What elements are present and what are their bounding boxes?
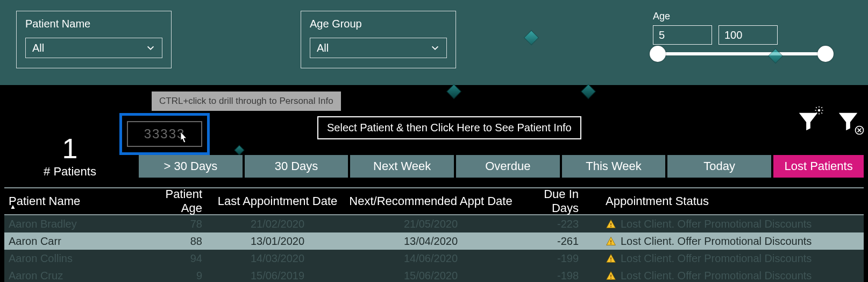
chevron-down-icon [146,43,155,53]
patient-name-label: Patient Name [25,18,162,30]
cell-name: Aaron Cruz [9,270,143,282]
cell-name: Aaron Carr [9,235,143,248]
sort-asc-icon: ▲ [10,203,16,210]
col-next-appt[interactable]: Next/Recommended Appt Date [342,194,520,208]
cell-last: 13/01/2020 [213,235,342,248]
table-row[interactable]: Aaron Cruz915/06/201915/06/2020-198Lost … [4,267,864,282]
filter-icons [796,109,860,133]
patient-name-filter: Patient Name All [16,11,172,68]
tab-30days[interactable]: 30 Days [245,155,348,178]
tab-gt30days[interactable]: > 30 Days [139,155,243,178]
cell-age: 78 [143,218,213,230]
table-row[interactable]: Aaron Bradley7821/02/202021/05/2020-223L… [4,215,864,232]
cell-due: -199 [520,252,595,265]
col-due-days[interactable]: Due In Days [520,187,595,215]
warning-icon [606,218,616,229]
cell-due: -223 [520,218,595,230]
tab-thisweek[interactable]: This Week [562,155,666,178]
col-status[interactable]: Appointment Status [595,194,864,208]
cell-next: 13/04/2020 [342,235,520,248]
cell-last: 15/06/2019 [213,270,342,282]
tab-today[interactable]: Today [667,155,771,178]
table-header: Patient Name ▲ Patient Age Last Appointm… [4,188,864,215]
patient-count-card: 1 # Patients [32,132,108,179]
table-row[interactable]: Aaron Carr8813/01/202013/04/2020-261Lost… [4,232,864,250]
cell-next: 14/06/2020 [342,252,520,265]
svg-rect-6 [610,257,611,259]
cell-age: 88 [143,235,213,248]
age-group-filter: Age Group All [301,11,456,68]
chevron-down-icon [430,43,440,53]
patient-count-label: # Patients [32,165,108,179]
svg-rect-7 [610,260,611,262]
svg-rect-3 [610,226,611,227]
age-min-input[interactable] [653,25,712,45]
svg-rect-8 [610,274,611,277]
warning-icon [606,236,616,246]
cell-name: Aaron Collins [9,252,143,265]
svg-rect-5 [610,243,611,244]
age-slider-track[interactable] [653,52,830,55]
cell-last: 14/03/2020 [213,252,342,265]
tab-nextweek[interactable]: Next Week [350,155,454,178]
cell-age: 9 [143,270,213,282]
table-row[interactable]: Aaron Collins9414/03/202014/06/2020-199L… [4,250,864,267]
age-max-input[interactable] [718,25,778,45]
drillthrough-card[interactable]: 33333 [119,113,210,155]
warning-icon [606,270,616,281]
age-slider-thumb-min[interactable] [650,46,666,62]
cell-status: Lost Client. Offer Promotional Discounts [595,270,864,282]
cell-age: 94 [143,252,213,265]
filter-bar: Patient Name All Age Group All Age [0,0,868,85]
age-slider-filter: Age [653,11,852,55]
drillthrough-tooltip: CTRL+click to drill through to Personal … [152,91,341,111]
cell-status: Lost Client. Offer Promotional Discounts [595,218,864,230]
col-patient-age[interactable]: Patient Age [143,187,213,215]
patient-name-select[interactable]: All [25,38,162,58]
cell-next: 15/06/2020 [342,270,520,282]
tab-overdue[interactable]: Overdue [456,155,560,178]
warning-icon [606,253,616,264]
report-body: CTRL+click to drill through to Personal … [0,85,868,282]
pointer-icon [177,131,190,147]
svg-rect-2 [610,223,611,225]
patient-info-button[interactable]: Select Patient & then Click Here to See … [317,116,581,139]
age-label: Age [653,11,852,22]
cell-status: Lost Client. Offer Promotional Discounts [595,235,864,248]
svg-point-0 [818,109,821,112]
cell-name: Aaron Bradley [9,218,143,230]
patient-name-value: All [32,42,44,54]
cell-status: Lost Client. Offer Promotional Discounts [595,252,864,265]
age-slider-thumb-max[interactable] [817,46,834,62]
age-group-label: Age Group [310,18,447,30]
cell-due: -261 [520,235,595,248]
status-tabs: > 30 Days 30 Days Next Week Overdue This… [139,155,864,178]
drillthrough-value: 33333 [127,121,202,147]
age-group-select[interactable]: All [310,38,447,58]
clear-filter-icon[interactable] [836,109,860,133]
svg-rect-4 [610,240,611,242]
cell-last: 21/02/2020 [213,218,342,230]
patients-table: Patient Name ▲ Patient Age Last Appointm… [4,187,864,282]
filter-settings-icon[interactable] [796,109,821,133]
patient-count-value: 1 [32,132,108,165]
tab-lostpatients[interactable]: Lost Patients [773,155,864,178]
age-group-value: All [317,42,329,54]
col-patient-name[interactable]: Patient Name ▲ [9,194,143,208]
cell-due: -198 [520,270,595,282]
col-last-appt[interactable]: Last Appointment Date [213,194,342,208]
cell-next: 21/05/2020 [342,218,520,230]
svg-rect-9 [610,278,611,279]
